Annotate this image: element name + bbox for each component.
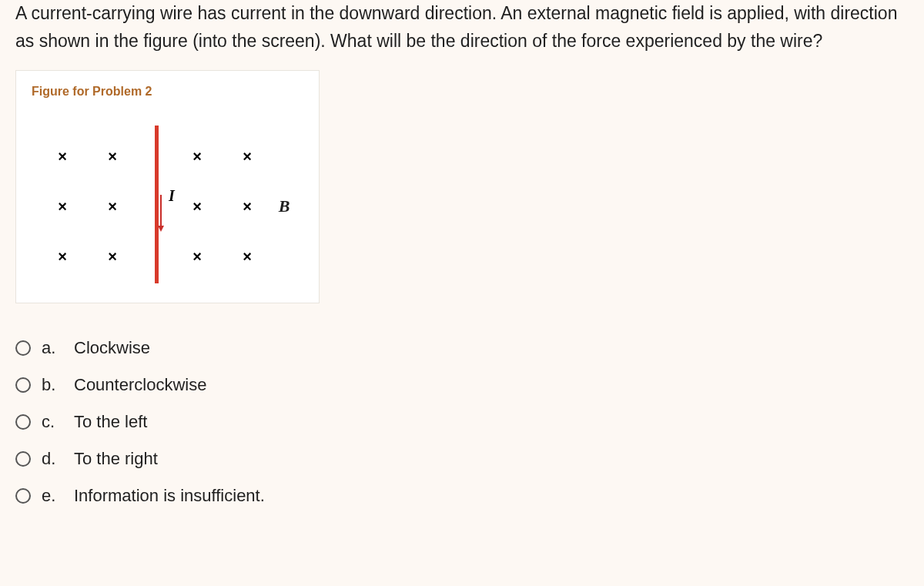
current-label: I: [169, 187, 175, 205]
option-d[interactable]: d. To the right: [15, 449, 909, 469]
option-a[interactable]: a. Clockwise: [15, 338, 909, 358]
field-cross-icon: ×: [243, 148, 252, 166]
field-cross-icon: ×: [243, 248, 252, 266]
field-label: B: [279, 196, 290, 216]
field-cross-icon: ×: [192, 148, 202, 166]
options-list: a. Clockwise b. Counterclockwise c. To t…: [15, 338, 909, 506]
option-text: Information is insufficient.: [74, 486, 265, 506]
option-letter: a.: [42, 338, 63, 358]
option-text: To the left: [74, 412, 147, 432]
field-cross-icon: ×: [108, 148, 117, 166]
radio-icon[interactable]: [15, 377, 31, 393]
option-letter: d.: [42, 449, 63, 469]
current-arrow-down-icon: [159, 195, 164, 233]
option-letter: b.: [42, 375, 63, 395]
option-text: To the right: [74, 449, 158, 469]
field-cross-icon: ×: [58, 198, 67, 216]
field-cross-icon: ×: [192, 248, 202, 266]
field-cross-icon: ×: [58, 148, 67, 166]
option-b[interactable]: b. Counterclockwise: [15, 375, 909, 395]
option-text: Counterclockwise: [74, 375, 206, 395]
option-e[interactable]: e. Information is insufficient.: [15, 486, 909, 506]
figure-caption: Figure for Problem 2: [32, 85, 303, 99]
radio-icon[interactable]: [15, 451, 31, 467]
option-letter: c.: [42, 412, 63, 432]
question-page: A current-carrying wire has current in t…: [0, 0, 924, 529]
option-letter: e.: [42, 486, 63, 506]
radio-icon[interactable]: [15, 340, 31, 356]
radio-icon[interactable]: [15, 414, 31, 430]
radio-icon[interactable]: [15, 488, 31, 504]
field-cross-icon: ×: [192, 198, 202, 216]
field-cross-icon: ×: [108, 248, 117, 266]
option-text: Clockwise: [74, 338, 150, 358]
field-cross-icon: ×: [243, 198, 252, 216]
field-cross-icon: ×: [108, 198, 117, 216]
field-diagram: I × × × × × × × × B × × × ×: [32, 126, 286, 283]
figure-box: Figure for Problem 2 I × × × × × × × × B…: [15, 70, 320, 303]
question-text: A current-carrying wire has current in t…: [15, 0, 909, 55]
field-cross-icon: ×: [58, 248, 67, 266]
option-c[interactable]: c. To the left: [15, 412, 909, 432]
